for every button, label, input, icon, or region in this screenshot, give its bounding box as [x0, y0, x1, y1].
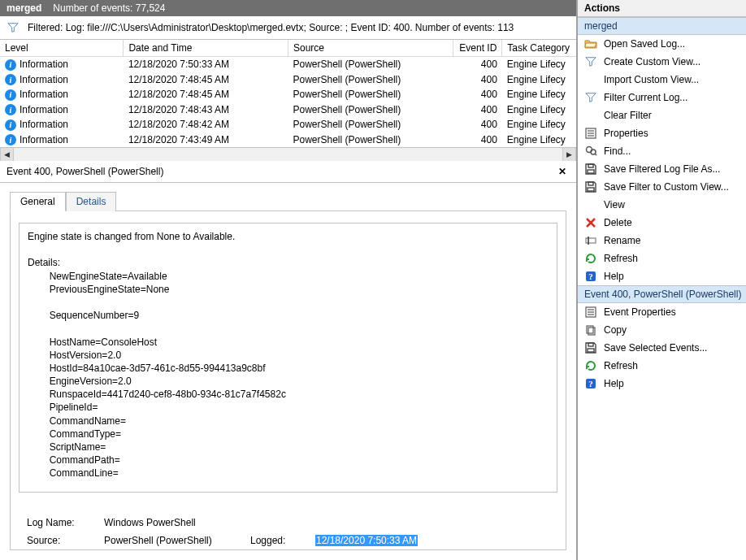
meta-logname-value: Windows PowerShell: [104, 517, 549, 528]
info-icon: i: [5, 104, 16, 115]
copy-icon: [584, 323, 597, 336]
titlebar: merged Number of events: 77,524: [0, 0, 576, 16]
svg-text:?: ?: [588, 379, 593, 389]
action-label: Help: [604, 378, 624, 389]
action-label: Help: [604, 271, 624, 282]
action-help[interactable]: ?Help: [578, 375, 746, 393]
action-label: Save Filtered Log File As...: [604, 163, 720, 175]
cell-eventid: 400: [453, 57, 502, 72]
svg-rect-9: [588, 182, 593, 185]
action-save-filter-to-custom-view[interactable]: Save Filter to Custom View...: [578, 178, 746, 196]
table-row[interactable]: iInformation12/18/2020 7:43:49 AMPowerSh…: [0, 132, 576, 148]
blank-icon: [584, 109, 597, 122]
action-label: Copy: [604, 324, 627, 336]
cell-level: Information: [20, 104, 68, 115]
cell-task: Engine Lifecy: [502, 57, 576, 72]
column-header-eventid[interactable]: Event ID: [453, 40, 502, 57]
action-label: Refresh: [604, 253, 638, 264]
delete-icon: [584, 216, 597, 229]
cell-source: PowerShell (PowerShell): [288, 87, 453, 102]
cell-eventid: 400: [453, 117, 502, 132]
cell-datetime: 12/18/2020 7:48:45 AM: [124, 87, 288, 102]
table-row[interactable]: iInformation12/18/2020 7:50:33 AMPowerSh…: [0, 57, 576, 72]
cell-source: PowerShell (PowerShell): [288, 72, 453, 88]
action-label: Open Saved Log...: [604, 38, 685, 50]
detail-header: Event 400, PowerShell (PowerShell) ✕: [0, 161, 576, 183]
column-header-task[interactable]: Task Category: [502, 40, 576, 57]
column-header-datetime[interactable]: Date and Time: [124, 40, 288, 57]
save-icon: [584, 163, 597, 176]
scroll-right-arrow[interactable]: ▶: [562, 148, 576, 162]
info-icon: i: [5, 119, 16, 131]
action-copy[interactable]: Copy: [578, 321, 746, 339]
info-icon: i: [5, 134, 16, 145]
table-row[interactable]: iInformation12/18/2020 7:48:42 AMPowerSh…: [0, 117, 576, 132]
actions-pane: Actions merged Open Saved Log...Create C…: [577, 0, 746, 560]
svg-rect-10: [588, 188, 594, 191]
action-open-saved-log[interactable]: Open Saved Log...: [578, 35, 746, 53]
cell-level: Information: [20, 59, 68, 70]
rename-icon: [584, 234, 597, 247]
action-label: View: [604, 199, 625, 211]
funnel-icon: [584, 91, 597, 104]
action-properties[interactable]: Properties: [578, 124, 746, 142]
meta-logname-label: Log Name:: [27, 517, 104, 528]
cell-datetime: 12/18/2020 7:43:49 AM: [124, 132, 288, 148]
column-header-level[interactable]: Level: [0, 40, 124, 57]
tab-details[interactable]: Details: [66, 192, 117, 211]
action-import-custom-view[interactable]: Import Custom View...: [578, 71, 746, 89]
action-label: Create Custom View...: [604, 56, 700, 67]
detail-title: Event 400, PowerShell (PowerShell): [7, 166, 163, 177]
action-event-properties[interactable]: Event Properties: [578, 303, 746, 321]
events-table[interactable]: Level Date and Time Source Event ID Task…: [0, 40, 576, 147]
action-label: Delete: [604, 217, 632, 228]
scroll-left-arrow[interactable]: ◀: [0, 148, 14, 162]
action-view[interactable]: View: [578, 196, 746, 214]
close-icon[interactable]: ✕: [555, 166, 570, 177]
filter-bar: Filtered: Log: file:///C:\Users\Administ…: [0, 16, 576, 40]
horizontal-scrollbar[interactable]: ◀ ▶: [0, 147, 576, 161]
cell-eventid: 400: [453, 132, 502, 148]
column-header-source[interactable]: Source: [288, 40, 453, 57]
action-label: Event Properties: [604, 306, 676, 318]
action-save-filtered-log-file-as[interactable]: Save Filtered Log File As...: [578, 160, 746, 178]
cell-source: PowerShell (PowerShell): [288, 117, 453, 132]
action-filter-current-log[interactable]: Filter Current Log...: [578, 89, 746, 106]
action-label: Refresh: [604, 360, 638, 371]
action-rename[interactable]: Rename: [578, 232, 746, 250]
events-table-wrap: Level Date and Time Source Event ID Task…: [0, 40, 576, 161]
action-refresh[interactable]: Refresh: [578, 357, 746, 375]
action-label: Import Custom View...: [604, 74, 699, 85]
action-find[interactable]: Find...: [578, 142, 746, 160]
info-icon: i: [5, 89, 16, 101]
help-icon: ?: [584, 377, 597, 390]
action-label: Properties: [604, 128, 648, 139]
cell-task: Engine Lifecy: [502, 132, 576, 148]
refresh-icon: [584, 359, 597, 372]
action-clear-filter[interactable]: Clear Filter: [578, 106, 746, 124]
cell-task: Engine Lifecy: [502, 87, 576, 102]
meta-source-value: PowerShell (PowerShell): [104, 535, 250, 546]
cell-source: PowerShell (PowerShell): [288, 102, 453, 118]
filter-description: Filtered: Log: file:///C:\Users\Administ…: [28, 22, 514, 33]
tab-general[interactable]: General: [10, 192, 66, 211]
table-row[interactable]: iInformation12/18/2020 7:48:45 AMPowerSh…: [0, 87, 576, 102]
action-label: Find...: [604, 145, 631, 157]
meta-source-label: Source:: [27, 535, 104, 546]
cell-datetime: 12/18/2020 7:50:33 AM: [124, 57, 288, 72]
svg-rect-8: [588, 170, 594, 173]
blank-icon: [584, 73, 597, 86]
cell-task: Engine Lifecy: [502, 117, 576, 132]
event-meta-grid: Log Name: Windows PowerShell Source: Pow…: [19, 517, 557, 546]
find-icon: [584, 145, 597, 158]
action-create-custom-view[interactable]: Create Custom View...: [578, 53, 746, 71]
action-help[interactable]: ?Help: [578, 267, 746, 285]
action-save-selected-events[interactable]: Save Selected Events...: [578, 339, 746, 357]
table-row[interactable]: iInformation12/18/2020 7:48:43 AMPowerSh…: [0, 102, 576, 118]
cell-level: Information: [20, 89, 68, 100]
log-title: merged: [7, 2, 41, 14]
cell-datetime: 12/18/2020 7:48:43 AM: [124, 102, 288, 118]
table-row[interactable]: iInformation12/18/2020 7:48:45 AMPowerSh…: [0, 72, 576, 88]
action-refresh[interactable]: Refresh: [578, 250, 746, 267]
action-delete[interactable]: Delete: [578, 214, 746, 232]
